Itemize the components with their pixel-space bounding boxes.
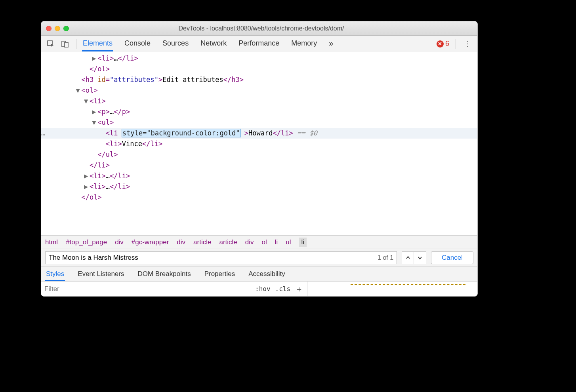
tree-node[interactable]: ▼<ul>	[41, 117, 477, 128]
inline-style-box	[351, 284, 465, 290]
divider	[456, 39, 456, 49]
breadcrumb-item[interactable]: article	[219, 238, 237, 246]
breadcrumb-item[interactable]: #gc-wrapper	[132, 238, 169, 246]
search-nav	[402, 251, 426, 264]
breadcrumb-bar: html#top_of_pagediv#gc-wrapperdivarticle…	[41, 235, 477, 249]
error-count: 6	[445, 40, 449, 48]
search-count: 1 of 1	[378, 254, 393, 261]
tree-node[interactable]: </ol>	[41, 192, 477, 203]
breadcrumb-item[interactable]: ul	[286, 238, 291, 246]
inspect-element-icon[interactable]	[45, 38, 56, 49]
breadcrumb-item[interactable]: #top_of_page	[66, 238, 107, 246]
error-icon: ✕	[437, 40, 444, 48]
tab-sources[interactable]: Sources	[162, 36, 189, 51]
tree-node[interactable]: </li>	[41, 160, 477, 171]
search-input[interactable]	[49, 254, 375, 262]
subtab-accessibility[interactable]: Accessibility	[248, 268, 286, 281]
styles-pane	[307, 282, 477, 296]
breadcrumb-item[interactable]: li	[275, 238, 278, 246]
hov-toggle[interactable]: :hov	[255, 285, 271, 293]
tab-console[interactable]: Console	[124, 36, 151, 51]
breadcrumb-item[interactable]: div	[245, 238, 254, 246]
new-style-rule-icon[interactable]: +	[295, 284, 303, 294]
tree-node[interactable]: ▶<li>…</li>	[41, 53, 477, 64]
svg-rect-2	[65, 42, 68, 47]
search-prev-button[interactable]	[402, 252, 414, 264]
device-toolbar-icon[interactable]	[59, 38, 71, 49]
tab-memory[interactable]: Memory	[290, 36, 318, 51]
elements-tree[interactable]: ▶<li>…</li> </ol> <h3 id="attributes">Ed…	[41, 52, 477, 235]
error-count-badge[interactable]: ✕ 6	[437, 40, 449, 48]
divider	[76, 39, 76, 49]
tree-node[interactable]: ▼<li>	[41, 96, 477, 107]
tree-node[interactable]: <li>Vince</li>	[41, 139, 477, 149]
styles-filter-box	[41, 282, 251, 296]
tree-node[interactable]: … <li style="background-color:gold" >How…	[41, 128, 477, 139]
toolbar-right: ✕ 6 ⋯	[437, 39, 473, 49]
subtab-styles[interactable]: Styles	[45, 268, 65, 281]
subtab-properties[interactable]: Properties	[204, 268, 236, 281]
tree-node[interactable]: ▶<p>…</p>	[41, 107, 477, 117]
tab-network[interactable]: Network	[200, 36, 227, 51]
cls-toggle[interactable]: .cls	[275, 285, 291, 293]
subtab-event-listeners[interactable]: Event Listeners	[77, 268, 125, 281]
tree-node[interactable]: ▶<li>…</li>	[41, 181, 477, 192]
subtab-dom-breakpoints[interactable]: DOM Breakpoints	[137, 268, 191, 281]
breadcrumb-item[interactable]: ol	[262, 238, 267, 246]
breadcrumb-item[interactable]: article	[193, 238, 211, 246]
styles-filter-input[interactable]	[44, 285, 248, 293]
styles-toggles: :hov .cls +	[251, 282, 307, 296]
panel-tabs: Elements Console Sources Network Perform…	[82, 36, 334, 52]
tab-performance[interactable]: Performance	[238, 36, 280, 51]
search-bar: 1 of 1 Cancel	[41, 249, 477, 266]
breadcrumb-item[interactable]: li	[299, 238, 307, 247]
breadcrumb-item[interactable]: div	[115, 238, 124, 246]
cancel-button[interactable]: Cancel	[431, 251, 473, 264]
breadcrumb-item[interactable]: div	[177, 238, 185, 246]
tree-node[interactable]: </ol>	[41, 64, 477, 74]
devtools-window: DevTools - localhost:8080/web/tools/chro…	[41, 21, 478, 297]
tree-node[interactable]: <h3 id="attributes">Edit attributes</h3>	[41, 74, 477, 85]
tree-node[interactable]: ▶<li>…</li>	[41, 171, 477, 181]
styles-subtabs: Styles Event Listeners DOM Breakpoints P…	[41, 266, 477, 281]
tree-node[interactable]: </ul>	[41, 149, 477, 160]
breadcrumb-item[interactable]: html	[45, 238, 58, 246]
main-toolbar: Elements Console Sources Network Perform…	[41, 36, 477, 52]
window-title: DevTools - localhost:8080/web/tools/chro…	[50, 25, 473, 32]
tab-elements[interactable]: Elements	[82, 36, 113, 51]
settings-menu-icon[interactable]: ⋯	[463, 38, 473, 49]
styles-filter-row: :hov .cls +	[41, 281, 477, 296]
tabs-overflow-button[interactable]: »	[328, 36, 334, 52]
tree-node[interactable]: ▼<ol>	[41, 85, 477, 96]
search-box: 1 of 1	[45, 251, 397, 264]
search-next-button[interactable]	[414, 252, 426, 264]
titlebar: DevTools - localhost:8080/web/tools/chro…	[41, 21, 477, 36]
